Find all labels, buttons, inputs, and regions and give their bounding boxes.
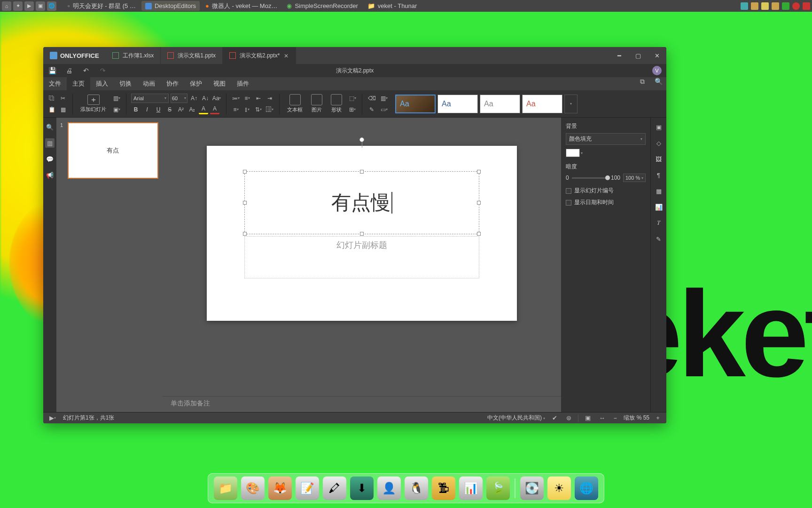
checkbox-icon[interactable] bbox=[566, 188, 571, 194]
dock-files-icon[interactable]: 📁 bbox=[214, 476, 237, 500]
slide-size-icon[interactable]: ▭▾ bbox=[379, 105, 389, 114]
slide-panel[interactable]: 1 有点 bbox=[56, 118, 162, 412]
notes-pane[interactable]: 单击添加备注 bbox=[162, 396, 561, 412]
menu-insert[interactable]: 插入 bbox=[90, 77, 114, 90]
dock-user-icon[interactable]: 👤 bbox=[377, 476, 401, 500]
paste-icon[interactable]: 📋 bbox=[47, 105, 56, 114]
dock-tux-icon[interactable]: 🐧 bbox=[405, 476, 428, 500]
taskbar-task[interactable]: ◉ SimpleScreenRecorder bbox=[283, 1, 361, 11]
menu-transition[interactable]: 切换 bbox=[114, 77, 137, 90]
window-close-button[interactable]: ✕ bbox=[648, 47, 666, 64]
slider-thumb[interactable] bbox=[605, 175, 610, 180]
document-tab[interactable]: 演示文稿2.pptx* ✕ bbox=[223, 47, 296, 64]
resize-handle[interactable] bbox=[360, 170, 364, 174]
resize-handle[interactable] bbox=[243, 232, 247, 236]
tray-icon[interactable] bbox=[751, 2, 758, 10]
window-maximize-button[interactable]: ▢ bbox=[629, 47, 648, 64]
undo-icon[interactable]: ↶ bbox=[82, 66, 90, 75]
tray-icon[interactable]: ✦ bbox=[13, 1, 23, 11]
slide-canvas[interactable]: 有点慢 幻灯片副标题 bbox=[207, 146, 517, 321]
subtitle-textbox[interactable]: 幻灯片副标题 bbox=[244, 236, 479, 278]
align-objects-icon[interactable]: ⊞▾ bbox=[348, 105, 357, 114]
menu-home[interactable]: 主页 bbox=[67, 77, 90, 90]
italic-icon[interactable]: I bbox=[142, 105, 152, 114]
redo-icon[interactable]: ↷ bbox=[99, 66, 107, 75]
fill-color-swatch[interactable] bbox=[566, 149, 580, 157]
resize-handle[interactable] bbox=[243, 170, 247, 174]
dock-download-icon[interactable]: ⬇ bbox=[350, 476, 374, 500]
tray-icon[interactable] bbox=[741, 2, 748, 10]
comments-icon[interactable]: 💬 bbox=[45, 154, 55, 164]
theme-thumb[interactable]: Aa bbox=[522, 95, 562, 113]
superscript-icon[interactable]: A² bbox=[176, 105, 186, 114]
dock-compress-icon[interactable]: 🗜 bbox=[432, 476, 455, 500]
theme-gallery-expand[interactable]: ▾ bbox=[564, 95, 578, 113]
font-family-select[interactable]: Arial▾ bbox=[131, 94, 169, 103]
copy-icon[interactable]: ⿻ bbox=[47, 94, 56, 103]
columns-icon[interactable]: ⿲▾ bbox=[265, 105, 274, 114]
checkbox-icon[interactable] bbox=[566, 200, 571, 206]
textart-settings-icon[interactable]: 𝑇 bbox=[654, 218, 664, 228]
strikethrough-icon[interactable]: S bbox=[165, 105, 174, 114]
dock-office-icon[interactable]: 📊 bbox=[459, 476, 483, 500]
copy-style-icon[interactable]: ✎ bbox=[367, 105, 376, 114]
menu-file[interactable]: 文件 bbox=[43, 77, 67, 90]
taskbar-task[interactable]: 📁 veket - Thunar bbox=[364, 1, 421, 11]
slides-icon[interactable]: ▥ bbox=[45, 138, 55, 148]
line-spacing-icon[interactable]: ⇅▾ bbox=[254, 105, 263, 114]
window-minimize-button[interactable]: ━ bbox=[610, 47, 629, 64]
menu-collab[interactable]: 协作 bbox=[161, 77, 184, 90]
arrange-icon[interactable]: ⬚▾ bbox=[348, 94, 357, 103]
dock-fox-icon[interactable]: 🦊 bbox=[268, 476, 292, 500]
clear-format-icon[interactable]: ⌫ bbox=[367, 94, 376, 103]
show-datetime-checkbox[interactable]: 显示日期和时间 bbox=[566, 198, 646, 206]
menu-protect[interactable]: 保护 bbox=[184, 77, 208, 90]
tray-icon[interactable] bbox=[782, 2, 789, 10]
dock-paint-icon[interactable]: 🎨 bbox=[241, 476, 265, 500]
tray-icon[interactable]: ▶ bbox=[24, 1, 34, 11]
numbering-icon[interactable]: ≡▾ bbox=[242, 94, 252, 103]
signature-settings-icon[interactable]: ✎ bbox=[654, 234, 664, 244]
opacity-slider[interactable] bbox=[572, 177, 608, 179]
shape-button[interactable]: 形状 bbox=[328, 94, 345, 113]
resize-handle[interactable] bbox=[243, 201, 247, 205]
title-textbox[interactable]: 有点慢 bbox=[244, 171, 479, 234]
indent-icon[interactable]: ⇥ bbox=[265, 94, 274, 103]
tray-icon[interactable] bbox=[772, 2, 779, 10]
dock-notepad-icon[interactable]: 📝 bbox=[296, 476, 319, 500]
dock-drive-icon[interactable]: 💽 bbox=[520, 476, 544, 500]
play-icon[interactable]: ▶▾ bbox=[48, 413, 57, 423]
theme-thumb[interactable]: Aa bbox=[480, 95, 520, 113]
spellcheck-icon[interactable]: ✔ bbox=[550, 413, 559, 423]
save-icon[interactable]: 💾 bbox=[48, 66, 56, 75]
color-scheme-icon[interactable]: ▥▾ bbox=[379, 94, 389, 103]
language-indicator[interactable]: 中文(中华人民共和国) ▾ bbox=[487, 414, 545, 422]
image-settings-icon[interactable]: 🖼 bbox=[654, 154, 664, 164]
textbox-button[interactable]: 文本框 bbox=[284, 94, 305, 113]
taskbar-task[interactable]: ◦ 明天会更好 - 群星 (5 … bbox=[64, 1, 140, 11]
add-slide-button[interactable]: ＋ 添加幻灯片 bbox=[78, 95, 109, 113]
subscript-icon[interactable]: A₂ bbox=[187, 105, 197, 114]
document-tab[interactable]: 演示文稿1.pptx bbox=[161, 47, 223, 64]
fill-type-select[interactable]: 颜色填充▾ bbox=[566, 133, 646, 145]
theme-thumb[interactable]: Aa bbox=[437, 95, 478, 113]
theme-thumb[interactable]: Aa bbox=[395, 95, 436, 113]
paragraph-settings-icon[interactable]: ¶ bbox=[654, 170, 664, 180]
align-h-icon[interactable]: ≡▾ bbox=[231, 105, 241, 114]
change-case-icon[interactable]: Aa▾ bbox=[212, 94, 221, 103]
doclang-icon[interactable]: ⊜ bbox=[564, 413, 573, 423]
increase-font-icon[interactable]: A↑ bbox=[189, 94, 199, 103]
menu-animation[interactable]: 动画 bbox=[137, 77, 161, 90]
slide-settings-icon[interactable]: ▣ bbox=[654, 122, 664, 132]
open-location-icon[interactable]: ⧉ bbox=[634, 77, 650, 86]
slide-props-icon[interactable]: ▣▾ bbox=[112, 105, 121, 114]
taskbar-task[interactable]: DesktopEditors bbox=[141, 1, 200, 11]
decrease-font-icon[interactable]: A↓ bbox=[201, 94, 210, 103]
layout-icon[interactable]: ▥▾ bbox=[112, 94, 121, 103]
dock-globe-icon[interactable]: 🌐 bbox=[575, 476, 598, 500]
tray-icon[interactable] bbox=[761, 2, 769, 10]
tray-record-icon[interactable] bbox=[792, 2, 800, 10]
tray-launcher-icon[interactable]: ⌂ bbox=[2, 1, 11, 11]
rotate-handle[interactable] bbox=[359, 137, 364, 142]
fit-width-icon[interactable]: ↔ bbox=[597, 413, 607, 423]
